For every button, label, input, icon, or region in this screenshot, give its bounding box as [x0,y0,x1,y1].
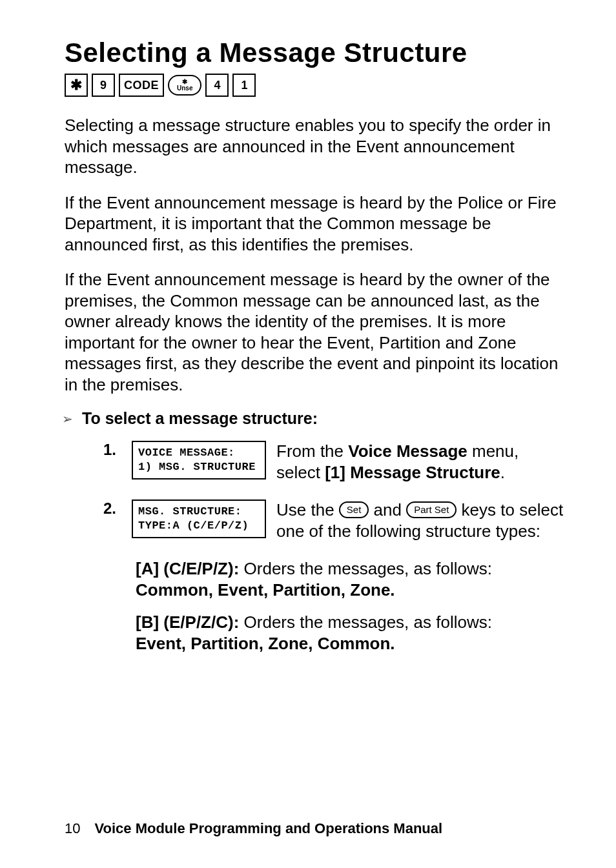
option-text: Orders the messages, as follows: [239,559,492,578]
lcd-line1: MSG. STRUCTURE: [138,505,242,518]
text: From the [276,441,348,461]
arrow-icon: ➢ [62,411,73,427]
option-b: [B] (E/P/Z/C): Orders the messages, as f… [65,612,564,654]
lcd-display: VOICE MESSAGE: 1) MSG. STRUCTURE [132,441,266,483]
lcd-line2: 1) MSG. STRUCTURE [138,461,256,473]
lcd-screen: VOICE MESSAGE: 1) MSG. STRUCTURE [132,441,266,479]
page-title: Selecting a Message Structure [65,39,564,67]
key-unset-bottom: Unse [177,85,192,92]
intro-paragraph-1: Selecting a message structure enables yo… [65,115,564,178]
key-code: CODE [119,74,164,97]
option-a: [A] (C/E/P/Z): Orders the messages, as f… [65,558,564,600]
procedure-heading-text: To select a message structure: [82,409,318,428]
option-text: Orders the messages, as follows: [239,612,492,632]
key-4: 4 [205,74,229,97]
option-sequence: Event, Partition, Zone, Common. [136,634,395,653]
page-footer: 10 Voice Module Programming and Operatio… [65,820,564,837]
step-description: From the Voice Message menu, select [1] … [276,441,564,483]
lcd-line1: VOICE MESSAGE: [138,447,235,459]
text: and [369,500,406,520]
lcd-screen: MSG. STRUCTURE: TYPE:A (C/E/P/Z) [132,500,266,538]
lcd-display: MSG. STRUCTURE: TYPE:A (C/E/P/Z) [132,500,266,541]
key-1: 1 [232,74,256,97]
step-number: 1. [103,441,121,483]
step-number: 2. [103,500,121,541]
text: Use the [276,500,339,520]
key-star: ✱ [65,74,88,97]
step-description: Use the Set and Part Set keys to select … [276,500,564,541]
page: Selecting a Message Structure ✱ 9 CODE ✱… [0,0,616,868]
lcd-line2: TYPE:A (C/E/P/Z) [138,520,249,532]
page-number: 10 [65,820,80,837]
manual-title: Voice Module Programming and Operations … [94,820,442,837]
key-sequence: ✱ 9 CODE ✱ Unse 4 1 [65,74,564,97]
step-1: 1. VOICE MESSAGE: 1) MSG. STRUCTURE From… [103,441,564,483]
text: . [500,463,505,482]
key-part-set: Part Set [406,501,457,518]
option-head: [B] (E/P/Z/C): [136,612,239,632]
bold-text: Voice Message [348,441,467,461]
procedure-heading: ➢ To select a message structure: [62,409,564,428]
intro-paragraph-2: If the Event announcement message is hea… [65,192,564,256]
intro-paragraph-3: If the Event announcement message is hea… [65,269,564,395]
steps-list: 1. VOICE MESSAGE: 1) MSG. STRUCTURE From… [65,441,564,541]
bold-text: [1] Message Structure [325,463,500,482]
key-9: 9 [92,74,115,97]
key-set: Set [339,501,369,518]
step-2: 2. MSG. STRUCTURE: TYPE:A (C/E/P/Z) Use … [103,500,564,541]
key-unset: ✱ Unse [168,75,201,96]
option-sequence: Common, Event, Partition, Zone. [136,580,395,600]
option-head: [A] (C/E/P/Z): [136,559,239,578]
